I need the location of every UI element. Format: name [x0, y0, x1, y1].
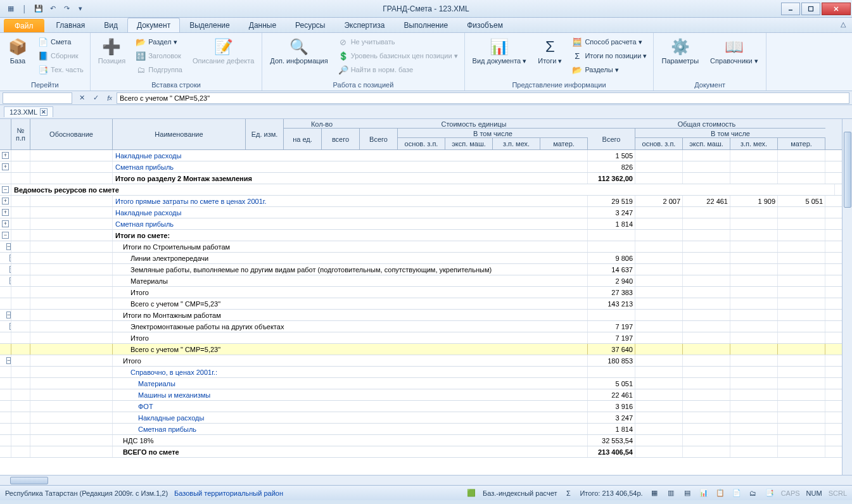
hdr-tc-s2[interactable]: эксп. маш. [683, 138, 730, 149]
cell-address-input[interactable] [3, 92, 72, 104]
view-icon-5[interactable]: 📋 [715, 488, 725, 498]
table-row[interactable]: +Итого прямые затраты по смете в ценах 2… [0, 196, 852, 207]
maximize-button[interactable] [801, 3, 820, 15]
table-row[interactable]: ФОТ3 916 [0, 401, 852, 412]
formula-input[interactable] [117, 92, 849, 104]
row-expander[interactable]: + [0, 196, 11, 206]
hdr-qty-total[interactable]: всего [322, 129, 360, 149]
status-region[interactable]: Республика Татарстан (Редакция 2009г. с … [5, 489, 168, 497]
table-row[interactable]: +Сметная прибыль1 814 [0, 218, 852, 230]
ribbon-link[interactable]: ΣИтоги по позиции ▾ [569, 49, 649, 62]
hdr-uc-s4[interactable]: матер. [540, 138, 588, 149]
row-expander[interactable]: − [0, 184, 11, 195]
view-icon-4[interactable]: 📊 [699, 488, 709, 498]
table-row[interactable]: Справочно, в ценах 2001г.: [0, 367, 852, 378]
table-row[interactable]: Сметная прибыль1 814 [0, 424, 852, 435]
qat-redo-icon[interactable]: ↷ [61, 3, 72, 15]
qat-app-icon[interactable]: ▦ [5, 3, 16, 15]
hdr-tc-s4[interactable]: матер. [778, 138, 825, 149]
tab-file[interactable]: Файл [4, 19, 44, 32]
table-row[interactable]: −Итоги по Монтажным работам [0, 310, 852, 321]
calc-type-icon[interactable]: 🟩 [466, 488, 476, 498]
table-row[interactable]: −Итоги по смете: [0, 230, 852, 241]
row-expander[interactable]: + [0, 264, 11, 275]
table-row[interactable]: +Электромонтажные работы на других объек… [0, 321, 852, 332]
hdr-num[interactable]: № п.п [11, 119, 30, 149]
table-row[interactable]: +Накладные расходы1 505 [0, 150, 852, 161]
table-row[interactable]: ВСЕГО по смете213 406,54 [0, 446, 852, 458]
hdr-qty[interactable]: Кол-во [284, 119, 360, 129]
row-expander[interactable]: + [0, 275, 11, 286]
row-expander[interactable]: + [0, 253, 11, 263]
table-row[interactable]: Машины и механизмы22 461 [0, 389, 852, 401]
row-expander[interactable]: + [0, 321, 11, 332]
doctab-close-icon[interactable]: ✕ [40, 108, 48, 116]
view-icon-3[interactable]: ▤ [682, 488, 692, 498]
table-row[interactable]: Всего с учетом " СМР=5,23"143 213 [0, 298, 852, 310]
tab-ekspertiza[interactable]: Экспертиза [334, 18, 394, 32]
ribbon-button[interactable]: 📦База [4, 35, 32, 66]
hdr-unitcost[interactable]: Стоимость единицы [360, 119, 588, 129]
vertical-scrollbar[interactable] [842, 119, 852, 475]
ribbon-button[interactable]: 📊Вид документа ▾ [469, 35, 531, 66]
table-row[interactable]: +Сметная прибыль826 [0, 161, 852, 173]
qat-dropdown-icon[interactable]: ▾ [75, 3, 86, 15]
tab-vydelenie[interactable]: Выделение [180, 18, 239, 32]
tab-glavnaya[interactable]: Главная [47, 18, 95, 32]
table-row[interactable]: Накладные расходы3 247 [0, 412, 852, 424]
close-button[interactable] [822, 3, 851, 15]
hdr-uc-s3[interactable]: з.п. мех. [493, 138, 540, 149]
status-area[interactable]: Базовый территориальный район [174, 489, 283, 497]
table-row[interactable]: +Линии электропередачи9 806 [0, 253, 852, 264]
ribbon-link[interactable]: 📂Раздел ▾ [133, 35, 185, 48]
minimize-button[interactable] [781, 3, 800, 15]
grid-body[interactable]: +Накладные расходы1 505+Сметная прибыль8… [0, 150, 852, 473]
view-icon-2[interactable]: ▥ [666, 488, 676, 498]
tab-vypolnenie[interactable]: Выполнение [394, 18, 457, 32]
status-calc-type[interactable]: Баз.-индексный расчет [483, 489, 557, 497]
table-row[interactable]: Итого27 383 [0, 287, 852, 298]
tab-resursy[interactable]: Ресурсы [286, 18, 334, 32]
hdr-unit[interactable]: Ед. изм. [246, 119, 284, 149]
hdr-basis[interactable]: Обоснование [30, 119, 113, 149]
ribbon-link[interactable]: 🧮Способ расчета ▾ [569, 35, 649, 48]
row-expander[interactable]: − [0, 355, 11, 366]
ribbon-button[interactable]: ΣИтоги ▾ [534, 35, 566, 66]
row-expander[interactable]: + [0, 218, 11, 229]
hdr-tc-s1[interactable]: основ. з.п. [635, 138, 683, 149]
row-expander[interactable]: − [0, 230, 11, 241]
hdr-uc-s2[interactable]: эксп. маш. [445, 138, 493, 149]
accept-formula-icon[interactable]: ✓ [90, 92, 101, 104]
table-row[interactable]: +Материалы2 940 [0, 275, 852, 287]
hdr-qty-per[interactable]: на ед. [284, 129, 322, 149]
row-expander[interactable]: + [0, 207, 11, 218]
table-row[interactable]: +Земляные работы, выполняемые по другим … [0, 264, 852, 275]
view-icon-7[interactable]: 🗂 [748, 488, 758, 498]
tab-vid[interactable]: Вид [94, 18, 127, 32]
hdr-tc-total[interactable]: Всего [588, 129, 635, 149]
ribbon-link[interactable]: 📂Разделы ▾ [569, 63, 649, 76]
fx-icon[interactable]: fx [104, 92, 115, 104]
view-icon-8[interactable]: 📑 [765, 488, 775, 498]
table-row[interactable]: −Итого180 853 [0, 355, 852, 367]
row-expander[interactable]: − [0, 310, 11, 320]
table-row[interactable]: Итого7 197 [0, 332, 852, 344]
row-expander[interactable]: + [0, 161, 11, 172]
table-row[interactable]: −Итоги по Строительным работам [0, 241, 852, 253]
horizontal-scrollbar[interactable] [0, 475, 852, 485]
table-row[interactable]: Всего с учетом " СМР=5,23"37 640 [0, 344, 852, 355]
table-row[interactable]: Итого по разделу 2 Монтаж заземления112 … [0, 173, 852, 184]
table-row[interactable]: Материалы5 051 [0, 378, 852, 389]
row-expander[interactable]: − [0, 241, 11, 252]
hdr-totalcost[interactable]: Общая стоимость [588, 119, 825, 129]
hdr-uc-s1[interactable]: основ. з.п. [398, 138, 445, 149]
table-row[interactable]: НДС 18%32 553,54 [0, 435, 852, 446]
hdr-uc-intomchisle[interactable]: В том числе [398, 129, 588, 138]
view-icon-1[interactable]: ▦ [649, 488, 659, 498]
tab-dannye[interactable]: Данные [239, 18, 286, 32]
qat-save-icon[interactable]: 💾 [33, 3, 44, 15]
qat-undo-icon[interactable]: ↶ [47, 3, 58, 15]
row-expander[interactable]: + [0, 150, 11, 161]
cancel-formula-icon[interactable]: ✕ [76, 92, 87, 104]
hdr-tc-intomchisle[interactable]: В том числе [635, 129, 825, 138]
